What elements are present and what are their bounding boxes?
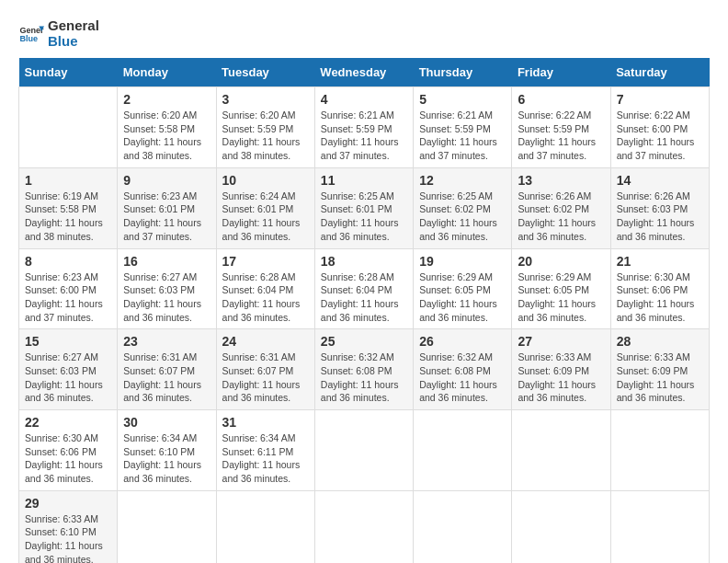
- day-info: Sunrise: 6:32 AM Sunset: 6:08 PM Dayligh…: [419, 350, 506, 405]
- day-info: Sunrise: 6:21 AM Sunset: 5:59 PM Dayligh…: [321, 109, 407, 163]
- sunrise-time: Sunrise: 6:23 AM: [25, 270, 111, 284]
- sunrise-time: Sunrise: 6:29 AM: [419, 270, 506, 284]
- sunrise-time: Sunrise: 6:30 AM: [617, 270, 703, 284]
- day-number: 26: [419, 334, 506, 349]
- day-number: 7: [617, 92, 703, 107]
- calendar-cell: 27 Sunrise: 6:33 AM Sunset: 6:09 PM Dayl…: [512, 329, 610, 410]
- day-number: 30: [123, 415, 210, 430]
- calendar-cell: 10 Sunrise: 6:24 AM Sunset: 6:01 PM Dayl…: [216, 167, 314, 248]
- day-number: 6: [518, 92, 604, 107]
- day-info: Sunrise: 6:30 AM Sunset: 6:06 PM Dayligh…: [25, 431, 111, 486]
- sunset-time: Sunset: 6:07 PM: [123, 364, 210, 378]
- day-number: 24: [222, 334, 309, 349]
- daylight-hours: Daylight: 11 hours and 36 minutes.: [123, 378, 210, 405]
- day-number: 13: [518, 173, 604, 188]
- daylight-hours: Daylight: 11 hours and 36 minutes.: [518, 297, 604, 324]
- sunrise-time: Sunrise: 6:31 AM: [222, 350, 309, 364]
- day-info: Sunrise: 6:23 AM Sunset: 6:01 PM Dayligh…: [123, 190, 210, 244]
- calendar-cell: 18 Sunrise: 6:28 AM Sunset: 6:04 PM Dayl…: [314, 248, 413, 329]
- sunset-time: Sunset: 6:02 PM: [518, 202, 604, 216]
- daylight-hours: Daylight: 11 hours and 37 minutes.: [419, 135, 506, 162]
- column-header-sunday: Sunday: [19, 58, 118, 87]
- calendar-table: SundayMondayTuesdayWednesdayThursdayFrid…: [18, 58, 710, 563]
- calendar-cell: [314, 410, 413, 491]
- day-number: 1: [25, 173, 111, 188]
- day-info: Sunrise: 6:21 AM Sunset: 5:59 PM Dayligh…: [419, 109, 506, 163]
- sunset-time: Sunset: 5:59 PM: [222, 122, 309, 136]
- sunrise-time: Sunrise: 6:25 AM: [321, 190, 407, 203]
- sunset-time: Sunset: 6:03 PM: [617, 202, 703, 216]
- sunset-time: Sunset: 6:06 PM: [25, 445, 111, 459]
- calendar-cell: 19 Sunrise: 6:29 AM Sunset: 6:05 PM Dayl…: [414, 248, 512, 329]
- column-header-wednesday: Wednesday: [314, 58, 413, 87]
- calendar-cell: 24 Sunrise: 6:31 AM Sunset: 6:07 PM Dayl…: [216, 329, 314, 410]
- day-info: Sunrise: 6:33 AM Sunset: 6:10 PM Dayligh…: [25, 512, 111, 563]
- daylight-hours: Daylight: 11 hours and 38 minutes.: [222, 135, 309, 162]
- sunrise-time: Sunrise: 6:29 AM: [518, 270, 604, 284]
- daylight-hours: Daylight: 11 hours and 36 minutes.: [518, 216, 604, 243]
- day-info: Sunrise: 6:34 AM Sunset: 6:10 PM Dayligh…: [123, 431, 210, 486]
- day-info: Sunrise: 6:20 AM Sunset: 5:59 PM Dayligh…: [222, 109, 309, 163]
- calendar-cell: 9 Sunrise: 6:23 AM Sunset: 6:01 PM Dayli…: [118, 167, 216, 248]
- calendar-week-row: 2 Sunrise: 6:20 AM Sunset: 5:58 PM Dayli…: [19, 87, 710, 168]
- day-info: Sunrise: 6:25 AM Sunset: 6:01 PM Dayligh…: [321, 190, 407, 244]
- day-info: Sunrise: 6:27 AM Sunset: 6:03 PM Dayligh…: [123, 270, 210, 325]
- sunset-time: Sunset: 6:00 PM: [25, 283, 111, 297]
- sunset-time: Sunset: 6:08 PM: [419, 364, 506, 378]
- day-info: Sunrise: 6:22 AM Sunset: 6:00 PM Dayligh…: [617, 109, 703, 163]
- sunset-time: Sunset: 6:05 PM: [419, 283, 506, 297]
- daylight-hours: Daylight: 11 hours and 36 minutes.: [123, 297, 210, 324]
- sunrise-time: Sunrise: 6:32 AM: [419, 350, 506, 364]
- sunrise-time: Sunrise: 6:22 AM: [617, 109, 703, 122]
- calendar-cell: 13 Sunrise: 6:26 AM Sunset: 6:02 PM Dayl…: [512, 167, 610, 248]
- sunrise-time: Sunrise: 6:22 AM: [518, 109, 604, 122]
- column-header-friday: Friday: [512, 58, 610, 87]
- daylight-hours: Daylight: 11 hours and 37 minutes.: [321, 135, 407, 162]
- daylight-hours: Daylight: 11 hours and 36 minutes.: [25, 539, 111, 563]
- logo-blue: Blue: [48, 34, 99, 50]
- day-number: 20: [518, 254, 604, 269]
- calendar-cell: 23 Sunrise: 6:31 AM Sunset: 6:07 PM Dayl…: [118, 329, 216, 410]
- sunset-time: Sunset: 5:59 PM: [518, 122, 604, 136]
- column-header-thursday: Thursday: [414, 58, 512, 87]
- logo: General Blue General Blue: [18, 18, 99, 49]
- calendar-cell: 4 Sunrise: 6:21 AM Sunset: 5:59 PM Dayli…: [314, 87, 413, 168]
- sunset-time: Sunset: 6:09 PM: [617, 364, 703, 378]
- day-number: 4: [321, 92, 407, 107]
- sunset-time: Sunset: 6:07 PM: [222, 364, 309, 378]
- calendar-cell: 25 Sunrise: 6:32 AM Sunset: 6:08 PM Dayl…: [314, 329, 413, 410]
- day-info: Sunrise: 6:26 AM Sunset: 6:03 PM Dayligh…: [617, 190, 703, 244]
- sunset-time: Sunset: 5:59 PM: [419, 122, 506, 136]
- day-number: 12: [419, 173, 506, 188]
- page-header: General Blue General Blue: [18, 18, 710, 49]
- sunset-time: Sunset: 6:05 PM: [518, 283, 604, 297]
- sunrise-time: Sunrise: 6:26 AM: [617, 190, 703, 203]
- sunrise-time: Sunrise: 6:25 AM: [419, 190, 506, 203]
- sunset-time: Sunset: 5:58 PM: [123, 122, 210, 136]
- day-info: Sunrise: 6:28 AM Sunset: 6:04 PM Dayligh…: [222, 270, 309, 325]
- day-number: 11: [321, 173, 407, 188]
- day-number: 17: [222, 254, 309, 269]
- sunrise-time: Sunrise: 6:34 AM: [222, 431, 309, 445]
- daylight-hours: Daylight: 11 hours and 36 minutes.: [321, 297, 407, 324]
- daylight-hours: Daylight: 11 hours and 36 minutes.: [617, 378, 703, 405]
- sunset-time: Sunset: 6:10 PM: [123, 445, 210, 459]
- calendar-header-row: SundayMondayTuesdayWednesdayThursdayFrid…: [19, 58, 710, 87]
- sunset-time: Sunset: 6:10 PM: [25, 525, 111, 539]
- daylight-hours: Daylight: 11 hours and 36 minutes.: [25, 378, 111, 405]
- sunset-time: Sunset: 6:04 PM: [321, 283, 407, 297]
- column-header-saturday: Saturday: [610, 58, 709, 87]
- sunset-time: Sunset: 6:01 PM: [321, 202, 407, 216]
- calendar-week-row: 1 Sunrise: 6:19 AM Sunset: 5:58 PM Dayli…: [19, 167, 710, 248]
- sunset-time: Sunset: 5:59 PM: [321, 122, 407, 136]
- sunset-time: Sunset: 6:04 PM: [222, 283, 309, 297]
- day-info: Sunrise: 6:19 AM Sunset: 5:58 PM Dayligh…: [25, 190, 111, 244]
- sunrise-time: Sunrise: 6:21 AM: [321, 109, 407, 122]
- day-info: Sunrise: 6:22 AM Sunset: 5:59 PM Dayligh…: [518, 109, 604, 163]
- day-info: Sunrise: 6:32 AM Sunset: 6:08 PM Dayligh…: [321, 350, 407, 405]
- calendar-cell: 15 Sunrise: 6:27 AM Sunset: 6:03 PM Dayl…: [19, 329, 118, 410]
- calendar-cell: 29 Sunrise: 6:33 AM Sunset: 6:10 PM Dayl…: [19, 490, 118, 563]
- day-number: 14: [617, 173, 703, 188]
- calendar-cell: [610, 490, 709, 563]
- day-number: 31: [222, 415, 309, 430]
